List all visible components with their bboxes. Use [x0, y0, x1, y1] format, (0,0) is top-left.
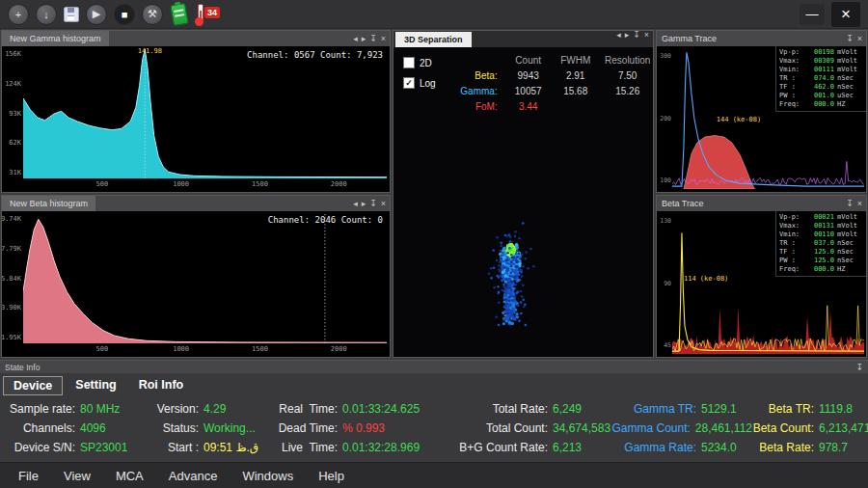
- menu-file[interactable]: File: [6, 463, 51, 488]
- trace-info-row: TF :462.0nSec: [779, 83, 863, 92]
- state-field-label: Gamma Rate:: [611, 441, 696, 454]
- pin-icon[interactable]: ↧: [633, 31, 640, 47]
- trace-info-unit: mVolt: [837, 222, 863, 230]
- state-field-label: Gamma TR:: [611, 402, 696, 416]
- menu-advance[interactable]: Advance: [156, 463, 231, 488]
- state-info-grid: Sample rate:80 MHzVersion:4.29Real Time:…: [0, 396, 868, 456]
- separation-scatter[interactable]: [395, 116, 651, 355]
- checkbox-2d[interactable]: 2D: [403, 57, 436, 68]
- trace-info-unit: uSec: [837, 92, 863, 100]
- state-field-label: Device S/N:: [6, 441, 75, 454]
- gamma-histogram-plot[interactable]: [23, 49, 387, 178]
- checkbox-2d-box[interactable]: [403, 57, 415, 68]
- beta-histogram-plot[interactable]: [23, 214, 387, 343]
- download-icon: ↓: [43, 9, 49, 20]
- gamma-trace-chart[interactable]: 300200100 144 (ke-08) Vp-p:00198mVoltVma…: [657, 46, 866, 192]
- scroll-right-icon[interactable]: ▸: [625, 31, 630, 47]
- pin-icon[interactable]: ↧: [855, 363, 863, 372]
- y-axis-tick: 200: [660, 115, 671, 122]
- menu-help[interactable]: Help: [306, 463, 357, 488]
- separation-scatter-plot[interactable]: [395, 116, 651, 355]
- tab-setting[interactable]: Setting: [66, 376, 125, 395]
- temperature-badge: 34: [204, 7, 220, 18]
- close-panel-icon[interactable]: ×: [381, 35, 386, 43]
- stop-button[interactable]: ■: [114, 4, 135, 25]
- menu-mca[interactable]: MCA: [103, 463, 156, 488]
- tools-button[interactable]: ⚒: [142, 4, 163, 25]
- minimize-button[interactable]: —: [800, 4, 825, 25]
- stats-row-label: Gamma:: [459, 86, 503, 96]
- state-field: Gamma Rate:5234.0: [611, 438, 752, 456]
- beta-histogram-title[interactable]: New Beta histogram: [2, 196, 95, 211]
- y-axis-tick: 31K: [9, 169, 21, 176]
- trace-info-value: 037.0: [808, 239, 834, 248]
- gamma-histogram-chart[interactable]: 156K124K93K62K31K 141.98 500100015002000…: [2, 46, 390, 192]
- state-field-label: Beta Rate:: [752, 441, 814, 454]
- trace-info-row: Vp-p:00198mVolt: [779, 48, 863, 57]
- menu-windows[interactable]: Windows: [230, 463, 306, 488]
- scroll-left-icon[interactable]: ◂: [353, 35, 358, 43]
- tab-device[interactable]: Device: [3, 376, 63, 395]
- checkbox-log[interactable]: ✓ Log: [403, 77, 436, 89]
- state-field-value: 1119.8: [819, 402, 853, 416]
- trace-info-unit: HZ: [837, 265, 863, 274]
- trace-info-unit: nSec: [837, 74, 863, 83]
- close-panel-icon[interactable]: ×: [644, 31, 649, 47]
- close-panel-icon[interactable]: ×: [381, 200, 386, 208]
- save-button[interactable]: [64, 7, 79, 22]
- stats-corner: [459, 55, 503, 66]
- peak-label: 144 (ke-08): [717, 116, 761, 123]
- close-button[interactable]: ×: [831, 2, 860, 27]
- scroll-right-icon[interactable]: ▸: [362, 35, 366, 43]
- beta-trace-chart[interactable]: 1309045 114 (ke-08) Vp-p:00021mVoltVmax:…: [657, 211, 866, 357]
- state-info-tabs: Device Setting Roi Info: [0, 373, 868, 396]
- tab-3d-separation[interactable]: 3D Separation: [395, 32, 472, 47]
- state-field: Total Count:34,674,583: [449, 419, 611, 437]
- gamma-histogram-title[interactable]: New Gamma histogram: [2, 31, 109, 46]
- state-field-value: 0.01:32:28.969: [342, 441, 420, 454]
- pin-icon[interactable]: ↧: [846, 35, 854, 43]
- beta-histogram-chart[interactable]: 9.74K7.79K5.84K3.90K1.95K 50010001500200…: [2, 211, 390, 357]
- close-panel-icon[interactable]: ×: [857, 200, 862, 208]
- state-field: Beta TR:1119.8: [752, 399, 868, 418]
- stats-value: 15.26: [598, 86, 658, 96]
- beta-trace-title: Beta Trace: [657, 199, 704, 208]
- separation-tabstrip: 3D Separation ◂ ▸ ↧ ×: [393, 31, 653, 47]
- import-button[interactable]: ↓: [36, 4, 57, 25]
- stats-value: 15.68: [554, 86, 598, 96]
- state-field-value: 4096: [80, 421, 106, 435]
- battery-icon: [170, 2, 189, 25]
- pin-icon[interactable]: ↧: [846, 200, 854, 208]
- state-field-label: Gamma Count:: [611, 421, 691, 435]
- y-axis-tick: 45: [664, 341, 671, 349]
- trace-info-label: Vmin:: [779, 66, 805, 74]
- scroll-left-icon[interactable]: ◂: [353, 200, 358, 208]
- y-axis-tick: 1.95K: [2, 334, 21, 341]
- scroll-left-icon[interactable]: ◂: [616, 31, 621, 47]
- state-field-label: Dead Time:: [268, 421, 338, 435]
- stats-value: 3.44: [503, 101, 554, 112]
- gamma-hist-y-axis: 156K124K93K62K31K: [2, 50, 21, 176]
- pin-icon[interactable]: ↧: [369, 35, 377, 43]
- checkbox-log-box[interactable]: ✓: [403, 77, 415, 89]
- trace-info-label: TR :: [779, 239, 805, 248]
- state-field-label: Start :: [150, 441, 199, 454]
- trace-info-unit: nSec: [837, 239, 863, 248]
- pin-icon[interactable]: ↧: [369, 200, 377, 208]
- y-axis-tick: 93K: [9, 110, 21, 118]
- new-button[interactable]: +: [8, 4, 29, 25]
- state-field-value: SP23001: [80, 441, 127, 454]
- trace-info-value: 074.0: [808, 74, 834, 83]
- separation-panel: 3D Separation ◂ ▸ ↧ × 2D ✓ Log: [393, 30, 654, 358]
- scroll-right-icon[interactable]: ▸: [362, 200, 366, 208]
- state-info-section: State Info ↧ Device Setting Roi Info Sam…: [0, 360, 868, 464]
- menu-view[interactable]: View: [51, 463, 103, 488]
- trace-info-label: Freq:: [779, 100, 805, 109]
- close-panel-icon[interactable]: ×: [857, 35, 862, 43]
- state-field: Beta Count:6,213,471: [752, 419, 868, 437]
- trace-info-unit: mVolt: [837, 48, 863, 57]
- trace-info-label: Vmax:: [779, 57, 805, 66]
- state-field: Version:4.29: [150, 399, 268, 418]
- tab-roi-info[interactable]: Roi Info: [129, 376, 194, 395]
- play-button[interactable]: ▶: [86, 4, 107, 25]
